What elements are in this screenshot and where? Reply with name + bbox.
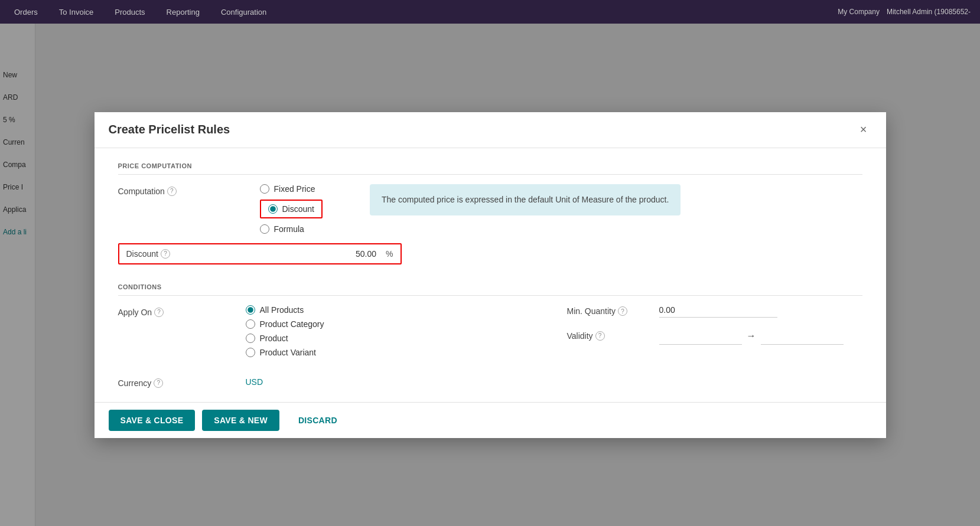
radio-discount-label: Discount: [282, 204, 314, 214]
validity-end-input[interactable]: [761, 327, 844, 345]
discount-label: Discount ?: [126, 249, 185, 259]
radio-fixed-label: Fixed Price: [274, 184, 315, 194]
radio-product-label: Product: [260, 334, 288, 343]
modal-overlay: Create Pricelist Rules × PRICE COMPUTATI…: [0, 24, 980, 526]
conditions-grid: Apply On ? All Products Product Category: [118, 305, 862, 367]
computation-options: Fixed Price Discount Formula: [260, 184, 323, 234]
computation-help-icon[interactable]: ?: [167, 187, 177, 196]
apply-on-row: Apply On ? All Products Product Category: [118, 305, 543, 357]
modal-header: Create Pricelist Rules ×: [95, 112, 886, 148]
radio-product-category[interactable]: Product Category: [246, 319, 324, 329]
radio-formula-input[interactable]: [260, 224, 269, 234]
validity-help-icon[interactable]: ?: [595, 331, 605, 341]
validity-arrow-icon: →: [747, 331, 756, 341]
currency-row: Currency ? USD: [118, 376, 862, 388]
save-new-button[interactable]: SAVE & NEW: [202, 410, 279, 431]
min-quantity-value[interactable]: 0.00: [659, 305, 777, 318]
discard-button[interactable]: DISCARD: [286, 410, 349, 431]
apply-on-label: Apply On ?: [118, 305, 236, 317]
radio-product-input[interactable]: [246, 334, 255, 343]
discount-field-container: Discount ? 50.00 %: [118, 243, 402, 264]
apply-on-help-icon[interactable]: ?: [154, 308, 164, 317]
validity-start-input[interactable]: [659, 327, 742, 345]
currency-help-icon[interactable]: ?: [154, 378, 163, 388]
radio-variant-label: Product Variant: [260, 348, 316, 357]
radio-fixed-input[interactable]: [260, 184, 269, 194]
conditions-right-section: Min. Quantity ? 0.00 Validity ? →: [567, 305, 862, 367]
radio-discount-input[interactable]: [268, 204, 278, 214]
modal-footer: SAVE & CLOSE SAVE & NEW DISCARD: [95, 402, 886, 438]
currency-value[interactable]: USD: [246, 377, 263, 387]
computation-info-box: The computed price is expressed in the d…: [370, 184, 681, 215]
nav-right-section: My Company Mitchell Admin (19085652-: [838, 8, 971, 16]
radio-all-label: All Products: [260, 305, 304, 315]
radio-fixed-price[interactable]: Fixed Price: [260, 184, 323, 194]
nav-reporting[interactable]: Reporting: [162, 5, 204, 19]
nav-to-invoice[interactable]: To Invoice: [54, 5, 99, 19]
radio-product[interactable]: Product: [246, 334, 324, 343]
radio-variant-input[interactable]: [246, 348, 255, 357]
currency-label: Currency ?: [118, 376, 236, 388]
min-quantity-label: Min. Quantity ?: [567, 306, 650, 316]
validity-label: Validity ?: [567, 331, 650, 341]
modal-body: PRICE COMPUTATION Computation ? Fixed Pr…: [95, 148, 886, 402]
radio-formula[interactable]: Formula: [260, 224, 323, 234]
conditions-title: CONDITIONS: [118, 283, 862, 296]
create-pricelist-modal: Create Pricelist Rules × PRICE COMPUTATI…: [95, 112, 886, 438]
save-close-button[interactable]: SAVE & CLOSE: [109, 410, 196, 431]
apply-on-section: Apply On ? All Products Product Category: [118, 305, 543, 367]
min-quantity-row: Min. Quantity ? 0.00: [567, 305, 862, 318]
computation-label: Computation ?: [118, 184, 236, 196]
radio-category-label: Product Category: [260, 319, 324, 329]
radio-category-input[interactable]: [246, 319, 255, 329]
radio-product-variant[interactable]: Product Variant: [246, 348, 324, 357]
nav-products[interactable]: Products: [110, 5, 149, 19]
nav-company: My Company: [838, 8, 880, 16]
discount-percent: %: [386, 249, 393, 259]
price-computation-title: PRICE COMPUTATION: [118, 162, 862, 175]
validity-inputs: →: [659, 327, 844, 345]
radio-all-products[interactable]: All Products: [246, 305, 324, 315]
discount-value[interactable]: 50.00: [190, 249, 382, 259]
nav-configuration[interactable]: Configuration: [216, 5, 271, 19]
discount-help-icon[interactable]: ?: [161, 249, 170, 259]
apply-on-options: All Products Product Category Product: [246, 305, 324, 357]
radio-formula-label: Formula: [274, 224, 304, 234]
min-quantity-help-icon[interactable]: ?: [618, 306, 627, 316]
radio-discount[interactable]: Discount: [260, 200, 323, 218]
close-button[interactable]: ×: [855, 122, 872, 138]
nav-orders[interactable]: Orders: [9, 5, 43, 19]
top-navigation: Orders To Invoice Products Reporting Con…: [0, 0, 980, 24]
validity-row: Validity ? →: [567, 327, 862, 345]
modal-title: Create Pricelist Rules: [109, 123, 230, 136]
radio-all-input[interactable]: [246, 305, 255, 315]
computation-row: Computation ? Fixed Price Discount: [118, 184, 862, 234]
nav-user: Mitchell Admin (19085652-: [887, 8, 971, 16]
